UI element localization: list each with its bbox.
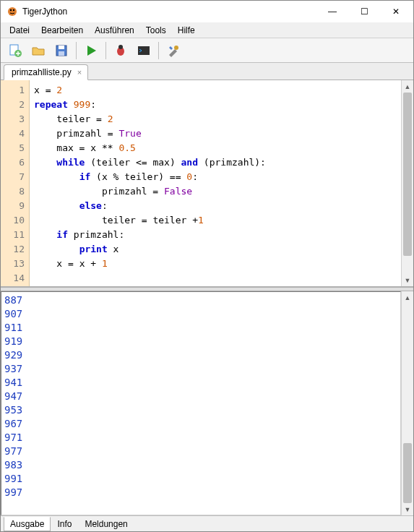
scroll-thumb[interactable] [403, 93, 412, 256]
play-icon [84, 43, 98, 58]
toolbar-separator [105, 42, 106, 59]
scroll-thumb[interactable] [403, 443, 412, 503]
toolbar [1, 38, 413, 63]
toolbar-separator [76, 42, 77, 59]
tab-info[interactable]: Info [51, 517, 78, 531]
maximize-button[interactable]: ☐ [348, 1, 380, 22]
scroll-down-icon[interactable]: ▼ [402, 274, 413, 286]
close-window-button[interactable]: ✕ [380, 1, 412, 22]
svg-rect-6 [59, 46, 64, 49]
output-text[interactable]: 887 907 911 919 929 937 941 947 953 967 … [1, 291, 401, 515]
editor-tab[interactable]: primzahlliste.py × [4, 64, 88, 80]
tab-label: primzahlliste.py [12, 67, 72, 77]
titlebar: TigerJython — ☐ ✕ [1, 1, 413, 22]
scroll-track[interactable] [402, 304, 413, 503]
window-title: TigerJython [22, 7, 316, 17]
save-file-icon [54, 43, 69, 58]
editor-scrollbar[interactable]: ▲ ▼ [401, 80, 413, 286]
menu-tools[interactable]: Tools [140, 24, 172, 37]
save-file-button[interactable] [51, 40, 72, 61]
tools-icon [166, 43, 181, 58]
svg-rect-10 [138, 46, 150, 55]
scroll-down-icon[interactable]: ▼ [402, 503, 413, 515]
new-file-button[interactable] [5, 40, 25, 61]
output-tabbar: Ausgabe Info Meldungen [1, 515, 413, 531]
scroll-up-icon[interactable]: ▲ [402, 80, 413, 93]
svg-point-1 [10, 9, 12, 11]
menubar: Datei Bearbeiten Ausführen Tools Hilfe [1, 22, 413, 38]
new-file-icon [8, 43, 22, 58]
svg-point-11 [174, 46, 178, 50]
menu-bearbeiten[interactable]: Bearbeiten [35, 24, 89, 37]
tab-meldungen[interactable]: Meldungen [78, 517, 134, 531]
output-area: 887 907 911 919 929 937 941 947 953 967 … [1, 291, 413, 515]
toolbar-separator [158, 42, 159, 59]
editor-area: 1234567891011121314 x = 2 repeat 999: te… [1, 80, 413, 287]
scroll-track[interactable] [402, 93, 413, 274]
open-file-icon [31, 43, 46, 58]
preferences-button[interactable] [163, 40, 184, 61]
svg-rect-7 [59, 51, 64, 56]
editor-tabbar: primzahlliste.py × [1, 63, 413, 80]
app-logo-icon [7, 6, 18, 17]
bug-icon [113, 43, 128, 58]
svg-point-0 [8, 7, 17, 16]
minimize-button[interactable]: — [316, 1, 348, 22]
console-icon [137, 43, 151, 58]
menu-ausfuehren[interactable]: Ausführen [89, 24, 140, 37]
svg-point-9 [118, 45, 123, 49]
tab-close-button[interactable]: × [77, 68, 82, 77]
debug-button[interactable] [111, 40, 131, 61]
line-number-gutter: 1234567891011121314 [1, 80, 30, 286]
svg-point-2 [13, 9, 14, 11]
output-scrollbar[interactable]: ▲ ▼ [401, 291, 413, 515]
code-editor[interactable]: x = 2 repeat 999: teiler = 2 primzahl = … [30, 80, 401, 286]
tab-ausgabe[interactable]: Ausgabe [4, 517, 51, 531]
scroll-up-icon[interactable]: ▲ [402, 291, 413, 304]
run-button[interactable] [81, 40, 101, 61]
menu-hilfe[interactable]: Hilfe [172, 24, 201, 37]
console-button[interactable] [134, 40, 154, 61]
menu-datei[interactable]: Datei [4, 24, 35, 37]
open-file-button[interactable] [28, 40, 48, 61]
